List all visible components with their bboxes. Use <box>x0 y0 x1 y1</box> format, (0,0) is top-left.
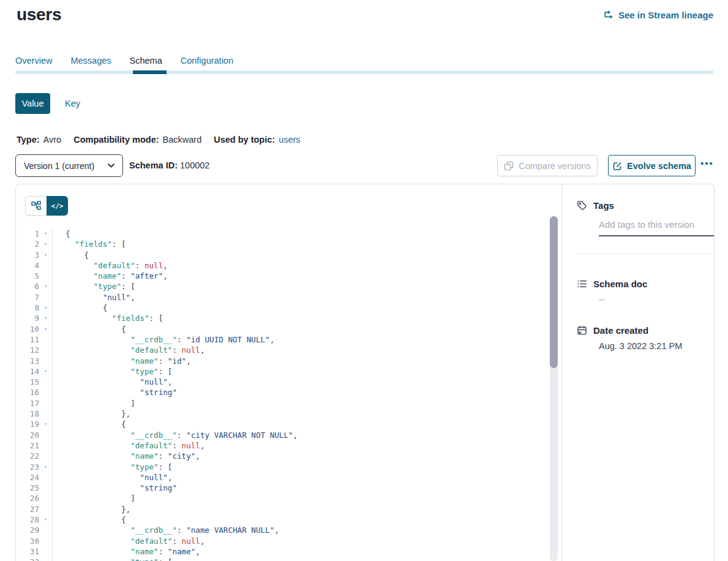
tree-view-button[interactable] <box>25 196 47 216</box>
code-line: 14▾ "type": [ <box>16 366 546 377</box>
fold-caret-icon[interactable]: ▾ <box>39 324 52 334</box>
more-options-button[interactable]: ••• <box>700 158 714 168</box>
tab-configuration[interactable]: Configuration <box>181 56 233 69</box>
fold-caret-empty <box>39 292 52 303</box>
code-text: "default": null, <box>52 260 546 271</box>
code-text: "__crdb__": "name VARCHAR NULL", <box>52 525 546 535</box>
code-text: "name": "after", <box>52 271 546 281</box>
fold-caret-icon[interactable]: ▾ <box>39 239 52 249</box>
fold-caret-icon[interactable]: ▾ <box>39 281 52 292</box>
code-line: 7 "null", <box>16 292 546 303</box>
fold-caret-icon[interactable]: ▾ <box>39 462 52 472</box>
compatibility-value: Backward <box>163 135 202 145</box>
code-line: 12 "default": null, <box>16 345 546 355</box>
fold-caret-empty <box>39 271 52 281</box>
code-line: 19▾ { <box>16 419 546 429</box>
code-text: "name": "id", <box>52 356 546 366</box>
schema-id-value: 100002 <box>180 160 209 170</box>
schema-code-editor: </> 1▾{2▾ "fields": [3▾ {4 "default": nu… <box>16 184 562 561</box>
fold-caret-icon[interactable]: ▾ <box>39 419 52 429</box>
code-line: 21 "default": null, <box>16 440 546 451</box>
compatibility-label: Compatibility mode: <box>73 135 159 145</box>
code-line: 1▾{ <box>16 228 546 239</box>
code-text: "string" <box>52 483 546 493</box>
fold-caret-icon[interactable]: ▾ <box>39 228 52 239</box>
evolve-schema-label: Evolve schema <box>627 161 691 171</box>
code-line: 32▾ "type": [ <box>16 557 546 561</box>
compare-icon <box>504 161 514 171</box>
code-line: 27 }, <box>16 504 546 514</box>
version-select[interactable]: Version 1 (current) <box>15 154 123 177</box>
compare-versions-label: Compare versions <box>519 161 591 171</box>
add-tags-input[interactable] <box>599 219 715 236</box>
doc-list-icon <box>577 279 587 289</box>
code-text: "name": "city", <box>52 451 546 461</box>
stream-lineage-link[interactable]: See in Stream lineage <box>603 9 713 20</box>
code-text: { <box>52 228 546 239</box>
line-number: 29 <box>16 525 39 535</box>
code-line: 24 "null", <box>16 472 546 483</box>
key-button[interactable]: Key <box>65 99 80 108</box>
version-select-value: Version 1 (current) <box>24 161 94 171</box>
topic-link[interactable]: users <box>279 135 300 145</box>
tab-schema[interactable]: Schema <box>130 56 162 69</box>
code-line: 18 }, <box>16 409 546 419</box>
fold-caret-empty <box>39 493 52 503</box>
code-line: 2▾ "fields": [ <box>16 239 546 249</box>
fold-caret-empty <box>39 387 52 397</box>
editor-scrollbar-thumb[interactable] <box>550 216 558 368</box>
line-number: 25 <box>16 483 39 493</box>
fold-caret-icon[interactable]: ▾ <box>39 303 52 313</box>
tab-overview[interactable]: Overview <box>15 56 52 69</box>
fold-caret-empty <box>39 440 52 451</box>
line-number: 7 <box>16 292 39 303</box>
compare-versions-button[interactable]: Compare versions <box>497 155 598 176</box>
line-number: 17 <box>16 398 39 409</box>
fold-caret-empty <box>39 377 52 387</box>
fold-caret-empty <box>39 525 52 535</box>
code-line: 6▾ "type": [ <box>16 281 546 292</box>
line-number: 21 <box>16 440 39 451</box>
value-button[interactable]: Value <box>15 93 50 114</box>
line-number: 5 <box>16 271 39 281</box>
fold-caret-icon[interactable]: ▾ <box>39 514 52 525</box>
code-line: 15 "null", <box>16 377 546 387</box>
fold-caret-icon[interactable]: ▾ <box>39 366 52 377</box>
active-tab-indicator <box>133 70 167 74</box>
code-text: "type": [ <box>52 462 546 472</box>
code-text: "null", <box>52 292 546 303</box>
schema-panel: </> 1▾{2▾ "fields": [3▾ {4 "default": nu… <box>15 184 715 561</box>
code-text: }, <box>52 409 546 419</box>
line-number: 16 <box>16 387 39 397</box>
fold-caret-icon[interactable]: ▾ <box>39 250 52 260</box>
evolve-schema-button[interactable]: Evolve schema <box>608 155 696 176</box>
type-label: Type: <box>17 135 40 145</box>
code-line: 3▾ { <box>16 250 546 260</box>
code-text: { <box>52 324 546 334</box>
code-text: "null", <box>52 472 546 483</box>
line-number: 1 <box>16 228 39 239</box>
code-text: "fields": [ <box>52 313 546 323</box>
schema-doc-value: -- <box>599 295 715 304</box>
editor-scrollbar-track[interactable] <box>550 216 558 561</box>
fold-caret-icon[interactable]: ▾ <box>39 557 52 561</box>
calendar-icon <box>577 325 587 336</box>
code-text: "default": null, <box>52 440 546 451</box>
line-number: 10 <box>16 324 39 334</box>
code-text: "__crdb__": "id UUID NOT NULL", <box>52 334 546 345</box>
fold-caret-empty <box>39 451 52 461</box>
line-number: 24 <box>16 472 39 483</box>
code-text: "fields": [ <box>52 239 546 249</box>
code-text: { <box>52 250 546 260</box>
line-number: 8 <box>16 303 39 313</box>
code-view-button[interactable]: </> <box>47 196 68 216</box>
fold-caret-empty <box>39 472 52 483</box>
code-line: 10▾ { <box>16 324 546 334</box>
fold-caret-icon[interactable]: ▾ <box>39 313 52 323</box>
date-created-value: Aug. 3 2022 3:21 PM <box>599 341 715 351</box>
code-line: 23▾ "type": [ <box>16 462 546 472</box>
line-number: 11 <box>16 334 39 345</box>
code-line: 26 ] <box>16 493 546 503</box>
tab-messages[interactable]: Messages <box>70 56 111 69</box>
fold-caret-empty <box>39 398 52 409</box>
